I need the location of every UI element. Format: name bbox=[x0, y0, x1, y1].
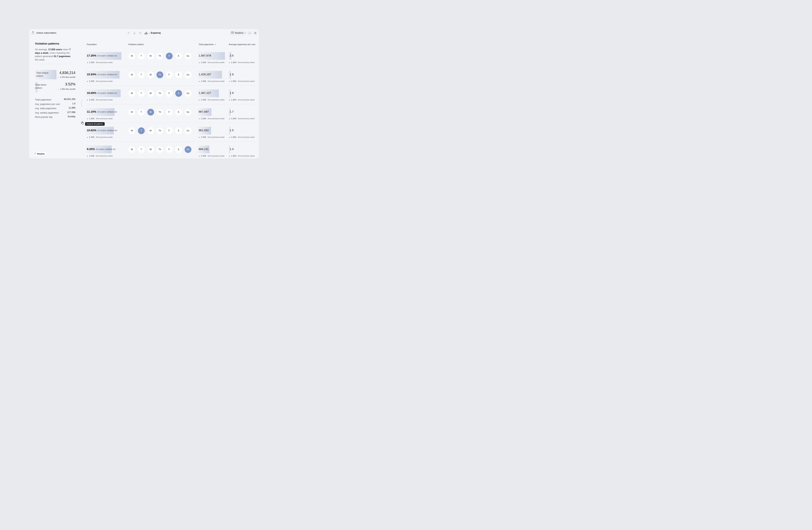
chevron-right-icon bbox=[148, 32, 150, 35]
day-circle-w[interactable]: W bbox=[147, 146, 154, 153]
stat-list-item: Most popular daySunday bbox=[35, 115, 75, 118]
delta-line: ▲1.15% from previous week bbox=[199, 136, 224, 138]
day-circle-w[interactable]: W bbox=[147, 53, 154, 59]
delta-line: ▲1.15% from previous week bbox=[87, 136, 113, 138]
day-circle-s[interactable]: S bbox=[175, 127, 182, 134]
stat-list-label: Avg. pageviews per user bbox=[35, 103, 60, 106]
day-circle-m[interactable]: M bbox=[129, 71, 135, 78]
col-header-total-pageviews[interactable]: Total pageviews ▼ bbox=[199, 43, 216, 45]
dot-grid-logo bbox=[34, 152, 36, 155]
day-circle-m[interactable]: M bbox=[129, 53, 135, 59]
day-circle-su[interactable]: Su bbox=[185, 109, 191, 115]
day-circle-m[interactable]: M bbox=[129, 109, 135, 115]
user-icon[interactable] bbox=[133, 31, 136, 34]
hand-pointer-icon bbox=[81, 121, 84, 125]
day-circle-s[interactable]: S bbox=[175, 146, 182, 153]
day-circle-su[interactable]: Su bbox=[185, 90, 191, 97]
analytics-card: Active subscribers Explo bbox=[29, 29, 259, 159]
day-circle-t[interactable]: T bbox=[138, 53, 145, 59]
population-value: 16.68%of users visited on bbox=[87, 91, 117, 95]
day-circle-t[interactable]: T bbox=[138, 146, 145, 153]
row-divider bbox=[87, 141, 256, 142]
up-triangle-icon: ▲ bbox=[199, 99, 200, 100]
col-header-visitation-pattern: Visitation pattern bbox=[128, 43, 144, 45]
population-suffix: of users visited on bbox=[98, 92, 117, 94]
population-suffix: of users visited on bbox=[98, 54, 117, 57]
day-circle-su[interactable]: Su bbox=[185, 53, 191, 59]
day-circle-s[interactable]: S bbox=[175, 90, 182, 97]
collapse-bracket[interactable] bbox=[80, 100, 83, 108]
up-triangle-icon: ▲ bbox=[87, 81, 88, 82]
population-value: 17.26%of users visited on bbox=[87, 54, 117, 57]
chevron-down-icon[interactable] bbox=[159, 32, 161, 36]
day-circle-w[interactable]: W bbox=[147, 71, 154, 78]
pencil-icon[interactable] bbox=[127, 31, 130, 34]
day-circle-th[interactable]: Th bbox=[157, 90, 163, 97]
day-circle-th[interactable]: Th bbox=[157, 71, 163, 78]
day-circle-f[interactable]: F bbox=[166, 90, 173, 97]
chevron-down-icon bbox=[245, 31, 246, 34]
day-circle-f[interactable]: F bbox=[166, 127, 173, 134]
day-circle-su[interactable]: Su bbox=[185, 127, 191, 134]
population-value: 9.25%of users visited on bbox=[87, 148, 115, 151]
brand-badge[interactable]: Rhythm bbox=[33, 152, 46, 156]
population-suffix: of users visited on bbox=[98, 129, 117, 132]
day-circle-t[interactable]: T bbox=[138, 109, 145, 115]
delta-line: ▲1.15% from previous week bbox=[199, 155, 224, 157]
delta-line: ▲1.15% from previous week bbox=[229, 155, 255, 157]
close-button[interactable] bbox=[253, 30, 258, 36]
day-circle-su[interactable]: Su bbox=[185, 146, 191, 153]
population-value: 11.15%of users visited on bbox=[87, 110, 117, 113]
stat-list-item: Avg. weekly pageviews127,068 bbox=[35, 111, 75, 114]
day-circle-w[interactable]: W bbox=[147, 127, 154, 134]
delta-line: ▲1.15% from previous week bbox=[229, 117, 255, 120]
bar-chart-icon[interactable] bbox=[145, 32, 148, 35]
day-circle-s[interactable]: S bbox=[175, 71, 182, 78]
day-circle-s[interactable]: S bbox=[175, 109, 182, 115]
up-triangle-icon: ▲ bbox=[229, 137, 230, 138]
day-circle-f[interactable]: F bbox=[166, 146, 173, 153]
avg-pageviews-value: 1.9 bbox=[230, 73, 233, 76]
day-circle-f[interactable]: F bbox=[166, 71, 173, 78]
day-circle-m[interactable]: M bbox=[129, 90, 135, 97]
delta-line: ▲1.15% from previous week bbox=[199, 61, 224, 64]
ellipsis-icon bbox=[248, 32, 251, 34]
more-button[interactable] bbox=[247, 30, 252, 36]
day-circle-th[interactable]: Th bbox=[157, 53, 163, 59]
avg-pageviews-value: 2.5 bbox=[230, 54, 233, 57]
stat-list-value: 127,068 bbox=[67, 111, 75, 113]
day-circle-th[interactable]: Th bbox=[157, 146, 163, 153]
gear-icon[interactable] bbox=[139, 31, 142, 34]
up-triangle-icon: ▲ bbox=[199, 118, 200, 119]
panel-title: Visitation patterns bbox=[35, 42, 59, 45]
day-circle-th[interactable]: Th bbox=[157, 109, 163, 115]
day-circle-t[interactable]: T bbox=[138, 127, 145, 134]
day-circle-m[interactable]: M bbox=[129, 127, 135, 134]
stat-label: Total return visitors bbox=[35, 83, 51, 89]
stat-list-label: Avg. weekly pageviews bbox=[35, 112, 59, 114]
tooltip: Expand all patterns bbox=[85, 122, 105, 126]
day-circle-su[interactable]: Su bbox=[185, 71, 191, 78]
population-suffix: of users visited on bbox=[97, 110, 117, 113]
stat-list-label: Avg. daily pageviews bbox=[35, 107, 56, 110]
col-header-avg-pageviews: Average pageviews per user bbox=[229, 43, 256, 45]
day-circle-s[interactable]: S bbox=[175, 53, 182, 59]
day-circle-f[interactable]: F bbox=[166, 53, 173, 59]
pageviews-value: 1,587,678 bbox=[199, 54, 211, 57]
day-circle-t[interactable]: T bbox=[138, 90, 145, 97]
avg-pageviews-value: 1.7 bbox=[230, 110, 233, 113]
day-circle-w[interactable]: W bbox=[147, 90, 154, 97]
delta-line: ▲1.15% from previous week bbox=[87, 61, 113, 64]
pageviews-value: 1,367,127 bbox=[199, 91, 211, 95]
stat-list-value: 11,895 bbox=[69, 107, 75, 109]
day-circle-th[interactable]: Th bbox=[157, 127, 163, 134]
day-circle-m[interactable]: M bbox=[129, 146, 135, 153]
day-circle-t[interactable]: T bbox=[138, 71, 145, 78]
stat-delta: ▲ 2.4% this month bbox=[58, 76, 75, 78]
realtime-dropdown[interactable]: Realtime bbox=[230, 30, 246, 36]
window-title: Active subscribers bbox=[36, 31, 56, 34]
row-divider bbox=[87, 104, 256, 104]
up-triangle-icon: ▲ bbox=[87, 118, 88, 119]
day-circle-f[interactable]: F bbox=[166, 109, 173, 115]
day-circle-w[interactable]: W bbox=[147, 109, 154, 115]
